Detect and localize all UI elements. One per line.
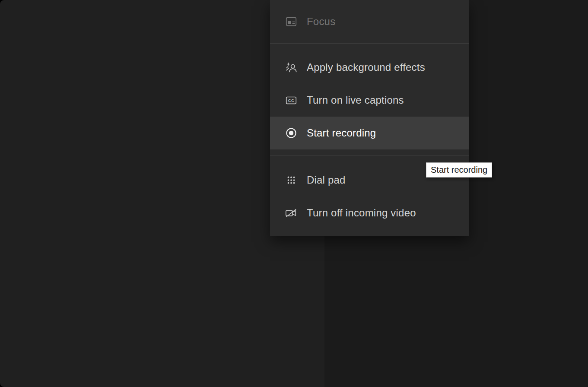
meeting-window: Focus Apply background effects: [0, 0, 588, 387]
menu-item-label: Focus: [307, 16, 335, 28]
menu-item-apply-background-effects[interactable]: Apply background effects: [270, 51, 469, 84]
menu-item-start-recording[interactable]: Start recording: [270, 117, 469, 149]
menu-item-label: Start recording: [307, 127, 376, 139]
menu-section-meeting-tools: Apply background effects CC Turn on live…: [270, 44, 469, 155]
more-actions-menu: Focus Apply background effects: [270, 0, 469, 236]
menu-item-label: Turn off incoming video: [307, 207, 416, 219]
svg-text:CC: CC: [288, 98, 294, 103]
menu-item-turn-on-live-captions[interactable]: CC Turn on live captions: [270, 84, 469, 117]
menu-item-label: Dial pad: [307, 174, 346, 186]
start-recording-tooltip: Start recording: [426, 162, 492, 178]
background-effects-icon: [284, 60, 298, 74]
menu-item-label: Apply background effects: [307, 61, 425, 73]
menu-section-focus: Focus: [270, 0, 469, 44]
record-icon: [284, 126, 298, 140]
menu-item-turn-off-incoming-video[interactable]: Turn off incoming video: [270, 197, 469, 229]
video-off-icon: [284, 206, 298, 220]
focus-icon: [284, 15, 298, 29]
dialpad-icon: [284, 173, 298, 187]
menu-item-focus[interactable]: Focus: [270, 5, 469, 38]
live-captions-icon: CC: [284, 93, 298, 107]
menu-item-label: Turn on live captions: [307, 94, 404, 106]
